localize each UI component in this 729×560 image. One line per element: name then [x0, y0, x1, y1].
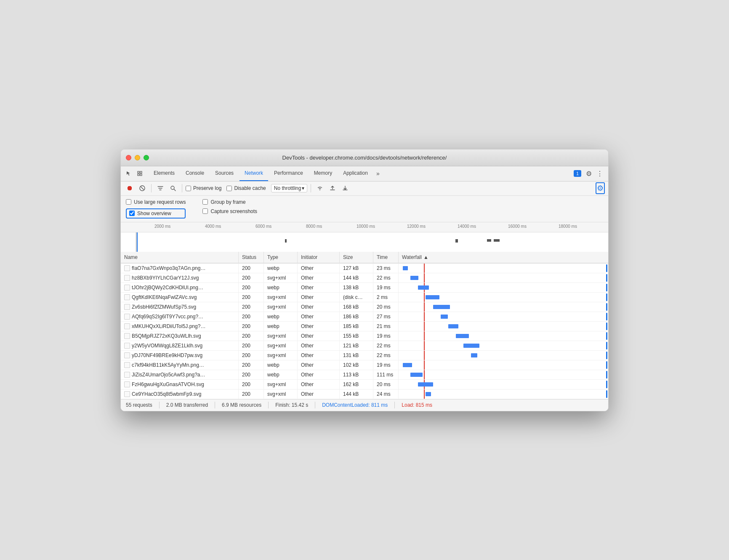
td-size: 113 kB — [340, 370, 373, 379]
table-row[interactable]: y2W5yVOMWqgL8ZE1Lklh.svg 200 svg+xml Oth… — [121, 341, 608, 351]
filter-button[interactable] — [155, 183, 166, 194]
table-row[interactable]: Zv6sbHi6fZfZMWufSp75.svg 200 svg+xml Oth… — [121, 302, 608, 312]
th-size[interactable]: Size — [340, 252, 373, 263]
td-name: fIaO7na7GxWnpo3q7AGn.png… — [121, 264, 239, 273]
th-time[interactable]: Time — [373, 252, 399, 263]
table-row[interactable]: Ce9YHacO35q8t5wbmFp9.svg 200 svg+xml Oth… — [121, 389, 608, 399]
preserve-log-label[interactable]: Preserve log — [186, 185, 221, 191]
th-initiator[interactable]: Initiator — [298, 252, 340, 263]
layers-icon[interactable] — [135, 169, 144, 178]
resources-size: 6.9 MB resources — [222, 402, 261, 408]
waterfall-indicator — [606, 323, 607, 330]
tab-console[interactable]: Console — [181, 166, 209, 181]
td-time: 24 ms — [373, 389, 399, 399]
td-time: 23 ms — [373, 264, 399, 273]
notification-badge[interactable]: 1 — [574, 170, 581, 177]
ruler-mark-4: 10000 ms — [357, 224, 407, 229]
disable-cache-checkbox[interactable] — [226, 186, 232, 191]
table-body: fIaO7na7GxWnpo3q7AGn.png… 200 webp Other… — [121, 264, 608, 399]
td-size: 131 kB — [340, 351, 373, 360]
table-row[interactable]: FzH6gwuHgXuGnasATVOH.svg 200 svg+xml Oth… — [121, 380, 608, 389]
network-settings-gear[interactable]: ⚙ — [596, 182, 605, 194]
devtools-tab-bar: Elements Console Sources Network Perform… — [121, 166, 608, 181]
throttle-select[interactable]: No throttling ▾ — [271, 184, 308, 192]
waterfall-bar — [418, 285, 429, 290]
td-waterfall — [399, 389, 608, 399]
th-type[interactable]: Type — [264, 252, 298, 263]
activity-bar-3 — [487, 239, 491, 242]
th-status[interactable]: Status — [239, 252, 264, 263]
waterfall-bar — [463, 344, 479, 348]
use-large-rows-label[interactable]: Use large request rows — [126, 199, 186, 205]
svg-line-5 — [141, 187, 144, 190]
td-status: 200 — [239, 341, 264, 350]
maximize-button[interactable] — [144, 155, 149, 160]
download-button[interactable] — [340, 183, 351, 194]
red-line — [424, 360, 425, 370]
tab-network[interactable]: Network — [239, 166, 268, 181]
cursor-icon[interactable] — [124, 169, 133, 178]
waterfall-bar — [448, 324, 458, 328]
td-initiator: Other — [298, 380, 340, 389]
search-button[interactable] — [168, 183, 178, 194]
tab-elements[interactable]: Elements — [149, 166, 180, 181]
td-size: 127 kB — [340, 264, 373, 273]
ruler-mark-7: 16000 ms — [508, 224, 559, 229]
red-line — [424, 302, 425, 312]
th-name[interactable]: Name — [121, 252, 239, 263]
tab-sources[interactable]: Sources — [210, 166, 239, 181]
group-by-frame-label[interactable]: Group by frame — [202, 199, 257, 205]
record-button[interactable]: ⏺ — [124, 183, 135, 194]
close-button[interactable] — [126, 155, 131, 160]
table-row[interactable]: fIaO7na7GxWnpo3q7AGn.png… 200 webp Other… — [121, 264, 608, 273]
waterfall-indicator — [606, 274, 607, 282]
file-icon — [124, 333, 130, 339]
table-row[interactable]: c7kf94kHB11kK5AyYyMn.png… 200 webp Other… — [121, 360, 608, 370]
td-initiator: Other — [298, 389, 340, 399]
th-waterfall[interactable]: Waterfall ▲ — [399, 252, 608, 263]
waterfall-indicator — [606, 381, 607, 388]
show-overview-label[interactable]: Show overview — [129, 211, 182, 216]
preserve-log-checkbox[interactable] — [186, 186, 191, 191]
tab-performance[interactable]: Performance — [269, 166, 308, 181]
waterfall-bar — [426, 392, 431, 396]
more-tabs-button[interactable]: » — [374, 170, 382, 177]
group-by-frame-checkbox[interactable] — [202, 199, 208, 205]
waterfall-indicator — [606, 313, 607, 320]
upload-button[interactable] — [327, 183, 338, 194]
td-time: 22 ms — [373, 273, 399, 283]
waterfall-bar — [426, 295, 439, 299]
overview-content[interactable] — [121, 232, 608, 252]
td-initiator: Other — [298, 312, 340, 321]
tab-memory[interactable]: Memory — [309, 166, 337, 181]
table-row[interactable]: AQfq69qS2Ig6lT9Y7vcc.png?… 200 webp Othe… — [121, 312, 608, 322]
minimize-button[interactable] — [135, 155, 140, 160]
capture-screenshots-checkbox[interactable] — [202, 208, 208, 214]
file-icon — [124, 314, 130, 320]
table-row[interactable]: QgftKdIKE6NqaFwlZAVc.svg 200 svg+xml Oth… — [121, 293, 608, 302]
settings-gear-icon[interactable]: ⚙ — [584, 168, 594, 179]
td-size: 186 kB — [340, 312, 373, 321]
table-row[interactable]: hz8BXb9YIYLhCGarY12J.svg 200 svg+xml Oth… — [121, 273, 608, 283]
table-row[interactable]: B5QMjpRJZ72xKQ3uWLlh.svg 200 svg+xml Oth… — [121, 331, 608, 341]
table-row[interactable]: xMKUHQxXLiRDiiUTol5J.png?… 200 webp Othe… — [121, 322, 608, 331]
td-time: 19 ms — [373, 283, 399, 292]
table-row[interactable]: tJOhr2jBQWy2CdKHDlUl.png… 200 webp Other… — [121, 283, 608, 293]
td-name: QgftKdIKE6NqaFwlZAVc.svg — [121, 293, 239, 302]
show-overview-checkbox[interactable] — [129, 211, 135, 216]
svg-rect-0 — [138, 171, 139, 173]
show-overview-highlight: Show overview — [126, 208, 186, 219]
red-line — [424, 389, 425, 399]
more-options-icon[interactable]: ⋮ — [595, 168, 605, 179]
capture-screenshots-label[interactable]: Capture screenshots — [202, 208, 257, 214]
td-waterfall — [399, 331, 608, 341]
disable-cache-label[interactable]: Disable cache — [226, 185, 266, 191]
traffic-lights — [126, 155, 149, 160]
clear-button[interactable] — [137, 183, 148, 194]
table-row[interactable]: JiZisZ4UmarOjo5cAwf3.png?a… 200 webp Oth… — [121, 370, 608, 380]
tab-application[interactable]: Application — [338, 166, 373, 181]
activity-bar-4 — [494, 239, 500, 242]
wifi-icon[interactable] — [314, 183, 325, 194]
use-large-rows-checkbox[interactable] — [126, 199, 131, 205]
table-row[interactable]: yDJ70NF49BREe9kHD7pw.svg 200 svg+xml Oth… — [121, 351, 608, 360]
